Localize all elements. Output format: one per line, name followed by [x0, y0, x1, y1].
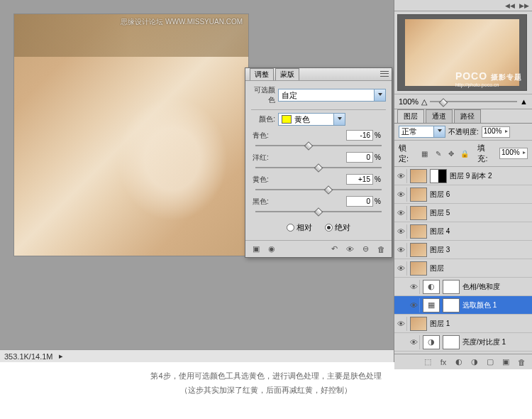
- lock-paint-icon[interactable]: ✎: [433, 149, 443, 158]
- layer-name: 图层 1: [430, 319, 531, 329]
- navigator-header: ◀◀ ▶▶: [394, 0, 532, 11]
- view-icon[interactable]: ◉: [267, 244, 277, 254]
- slider-label: 黑色:: [253, 197, 269, 207]
- layer-mask: [443, 335, 460, 349]
- mask-icon[interactable]: ◐: [454, 357, 464, 367]
- lock-move-icon[interactable]: ✥: [447, 149, 456, 158]
- fx-icon[interactable]: fx: [438, 357, 448, 367]
- prev-icon[interactable]: ⊖: [360, 244, 370, 254]
- layer-thumb-adjustment: ▦: [423, 298, 440, 312]
- slider-track[interactable]: [255, 185, 382, 195]
- layer-row[interactable]: 👁◐色相/饱和度: [394, 278, 532, 296]
- panel-titlebar[interactable]: 调整 蒙版: [245, 68, 392, 81]
- radio-absolute[interactable]: 绝对: [325, 222, 350, 233]
- visibility-icon[interactable]: 👁: [396, 243, 407, 257]
- radio-relative[interactable]: 相对: [287, 222, 312, 233]
- layer-name: 图层 6: [430, 190, 531, 200]
- layer-thumb-adjustment: ∿: [423, 354, 440, 354]
- visibility-icon[interactable]: 👁: [396, 206, 407, 220]
- chevron-down-icon[interactable]: [433, 126, 445, 137]
- slider-track[interactable]: [255, 207, 382, 217]
- visibility-icon[interactable]: 👁: [396, 169, 407, 183]
- caption: 第4步，使用可选颜色工具选黄色，进行调色处理，主要是肤色处理 （这步其实加深了红…: [0, 369, 532, 398]
- slider-input[interactable]: [346, 196, 373, 207]
- layer-row[interactable]: 👁图层 1: [394, 315, 532, 333]
- lock-all-icon[interactable]: 🔒: [460, 149, 470, 158]
- trash-icon[interactable]: 🗑: [516, 357, 526, 367]
- layer-row[interactable]: 👁图层 6: [394, 185, 532, 204]
- layer-thumb: [410, 261, 427, 276]
- tab-channels[interactable]: 通道: [426, 109, 453, 123]
- layer-name: 图层 5: [430, 208, 531, 218]
- zoom-in-icon[interactable]: ▲: [520, 97, 528, 106]
- adjustments-panel: 调整 蒙版 可选颜色 自定 颜色: 黄色 青色:%洋红:%黄色:%黑色:% 相对…: [245, 67, 392, 258]
- visibility-icon[interactable]: 👁: [396, 187, 407, 202]
- tab-paths[interactable]: 路径: [454, 109, 481, 123]
- lock-transparent-icon[interactable]: ▦: [421, 149, 430, 158]
- visibility-icon[interactable]: 👁: [409, 298, 420, 312]
- layer-mask: [443, 298, 460, 312]
- reset-icon[interactable]: ↶: [329, 244, 339, 254]
- slider-track[interactable]: [255, 141, 382, 151]
- group-icon[interactable]: ▢: [485, 357, 495, 367]
- fill-input[interactable]: 100%: [499, 148, 528, 159]
- layer-row[interactable]: 👁图层 9 副本 2: [394, 167, 532, 185]
- poco-watermark: POCO 摄影专题http://photo.poco.cn: [455, 70, 522, 87]
- adjustment-icon[interactable]: ◑: [470, 357, 480, 367]
- slider-input[interactable]: [346, 174, 373, 185]
- preset-dropdown[interactable]: 自定: [278, 89, 386, 102]
- visibility-icon[interactable]: 👁: [409, 354, 420, 354]
- visibility-icon[interactable]: 👁: [396, 261, 407, 276]
- layer-row[interactable]: 👁◑亮度/对比度 1: [394, 333, 532, 352]
- layer-row[interactable]: 👁图层 4: [394, 222, 532, 241]
- slider-label: 黄色:: [253, 175, 269, 185]
- zoom-out-icon[interactable]: △: [421, 97, 427, 107]
- tab-layers[interactable]: 图层: [397, 109, 424, 123]
- chevron-down-icon[interactable]: [374, 89, 385, 101]
- panel-footer: ▣ ◉ ↶ 👁 ⊖ 🗑: [245, 240, 392, 257]
- slider-input[interactable]: [346, 152, 373, 163]
- layer-row[interactable]: 👁图层: [394, 259, 532, 278]
- layer-thumb: [410, 169, 427, 183]
- color-label: 颜色:: [251, 114, 275, 124]
- opacity-input[interactable]: 100%: [482, 126, 510, 138]
- caption-line2: （这步其实加深了红黄，后面再减红黄，好控制）: [0, 383, 532, 398]
- tab-adjust[interactable]: 调整: [250, 68, 274, 80]
- chevron-down-icon[interactable]: [333, 114, 345, 125]
- layer-name: 图层: [430, 263, 531, 273]
- visibility-icon[interactable]: 👁: [396, 224, 407, 239]
- new-layer-icon[interactable]: ▣: [501, 357, 511, 367]
- expand-icon[interactable]: ▶▶: [519, 2, 529, 9]
- layer-name: 色相/饱和度: [462, 282, 531, 292]
- slider-label: 青色:: [253, 131, 269, 141]
- layer-row[interactable]: 👁图层 5: [394, 204, 532, 222]
- layer-mask: [443, 354, 460, 354]
- panel-menu-icon[interactable]: [380, 70, 389, 77]
- layer-row[interactable]: 👁▦选取颜色 1: [394, 296, 532, 315]
- navigator-thumbnail[interactable]: POCO 摄影专题http://photo.poco.cn: [397, 14, 527, 91]
- layers-list[interactable]: 👁图层 9 副本 2👁图层 6👁图层 5👁图层 4👁图层 3👁图层👁◐色相/饱和…: [394, 167, 532, 354]
- link-icon[interactable]: ⬚: [423, 357, 433, 367]
- layers-tabs: 图层 通道 路径: [394, 109, 532, 124]
- watermark-text: 思缘设计论坛 WWW.MISSYUAN.COM: [121, 17, 243, 27]
- visibility-icon[interactable]: 👁: [409, 335, 420, 349]
- preset-label: 可选颜色: [251, 85, 275, 105]
- trash-icon[interactable]: 🗑: [376, 244, 386, 254]
- slider-input[interactable]: [346, 130, 373, 141]
- tab-mask[interactable]: 蒙版: [275, 68, 299, 80]
- layer-row[interactable]: 👁图层 3: [394, 241, 532, 259]
- status-bar: 353.1K/14.1M ▸: [0, 349, 394, 362]
- collapse-icon[interactable]: ◀◀: [505, 2, 515, 9]
- slider-track[interactable]: [255, 163, 382, 173]
- layer-name: 选取颜色 1: [462, 300, 531, 310]
- eye-icon[interactable]: 👁: [345, 244, 355, 254]
- layer-mask: [430, 169, 447, 183]
- layer-thumb: [410, 187, 427, 202]
- blend-mode-dropdown[interactable]: 正常: [399, 126, 445, 138]
- visibility-icon[interactable]: 👁: [409, 280, 420, 294]
- zoom-slider[interactable]: [430, 97, 517, 106]
- document-image[interactable]: 思缘设计论坛 WWW.MISSYUAN.COM: [14, 14, 248, 256]
- clip-icon[interactable]: ▣: [251, 244, 261, 254]
- visibility-icon[interactable]: 👁: [396, 317, 407, 331]
- color-dropdown[interactable]: 黄色: [278, 113, 345, 126]
